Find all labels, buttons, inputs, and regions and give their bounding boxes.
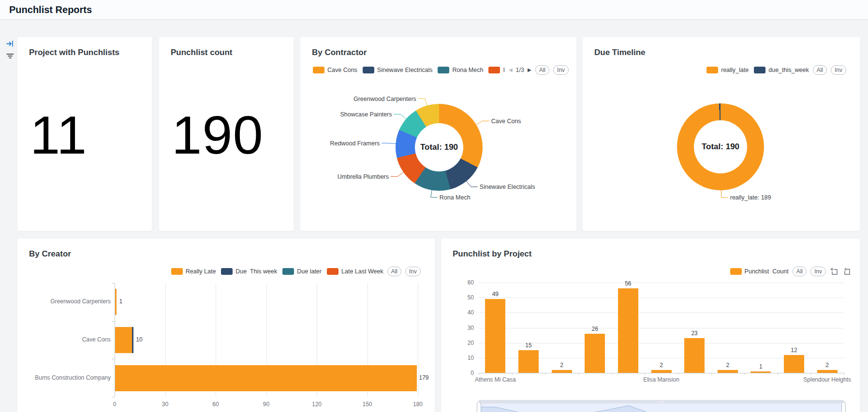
- filter-icon[interactable]: [5, 51, 15, 61]
- x-axis-tick: [711, 373, 711, 375]
- category-label: Burns Construction Company: [17, 374, 111, 381]
- donut-center: Total: 190: [694, 120, 747, 173]
- card-by-contractor: By Contractor Cave ConsSinewave Electric…: [300, 37, 576, 231]
- pie-slice-label: really_late: 189: [730, 194, 771, 201]
- x-axis-tick-label: 180: [408, 401, 427, 408]
- x-axis-tick-label: 90: [257, 401, 276, 408]
- bar-value-label: 12: [784, 347, 804, 354]
- grid-line: [479, 283, 844, 283]
- bar: [750, 371, 771, 373]
- pie-slice-label: Showcase Painters: [340, 111, 392, 118]
- card-title: Punchlist count: [171, 48, 233, 57]
- y-axis-tick-label: 10: [441, 355, 474, 361]
- data-zoom-profile: [479, 403, 844, 412]
- x-axis-tick: [744, 373, 745, 375]
- x-axis-tick: [678, 373, 678, 375]
- pie-slice-label: Redwood Framers: [330, 140, 380, 147]
- bar-value-label: 2: [718, 362, 737, 369]
- x-axis-tick: [479, 373, 479, 375]
- y-axis-tick: [112, 321, 115, 322]
- bar: [618, 288, 638, 373]
- donut-total-label: Total: 190: [420, 142, 458, 152]
- donut-chart-due-timeline: really_late: 189 Total: 190: [583, 37, 860, 231]
- data-zoom-area: [479, 406, 844, 412]
- bar-value-label: 1: [751, 363, 770, 370]
- bar-chart-by-creator: 0306090120150180Greenwood Carpenters1Cav…: [17, 239, 435, 412]
- data-zoom-move-handle[interactable]: [479, 400, 844, 403]
- app-header: Punchlist Reports: [0, 0, 868, 20]
- bar: [684, 338, 705, 373]
- donut-total-label: Total: 190: [702, 142, 739, 152]
- bar-value-label: 26: [585, 326, 604, 332]
- bar-chart-by-project: 010203040506049Athens Mi Casa15226562Eli…: [441, 239, 860, 412]
- y-axis-tick-label: 50: [441, 294, 474, 301]
- bar-value-label: 2: [652, 362, 671, 369]
- bar: [718, 370, 738, 373]
- kpi-value: 11: [30, 108, 87, 162]
- data-zoom-grip: [660, 401, 663, 402]
- donut-center: Total: 190: [415, 123, 463, 171]
- data-zoom-slider[interactable]: [479, 400, 844, 412]
- bar-segment: [115, 365, 417, 391]
- grid-line: [418, 283, 418, 397]
- y-axis-tick-label: 0: [441, 369, 474, 376]
- x-axis-tick: [578, 373, 579, 375]
- pie-slice-label: Rona Mech: [440, 194, 471, 201]
- pie-label-line: [466, 181, 478, 187]
- card-due-timeline: Due Timeline really_latedue_this_week Al…: [583, 37, 860, 231]
- grid-line: [479, 328, 844, 328]
- category-label: Athens Mi Casa: [461, 376, 529, 383]
- x-axis-tick-label: 120: [307, 401, 326, 408]
- x-axis-line: [479, 373, 844, 373]
- card-punchlist-count: Punchlist count 190: [159, 37, 294, 231]
- pie-label-line: [721, 189, 728, 198]
- y-axis-tick-label: 20: [441, 340, 474, 346]
- bar-value-label: 49: [485, 291, 505, 298]
- bar: [518, 350, 539, 373]
- bar-value-label: 1: [119, 298, 122, 305]
- page: Punchlist Reports Project with Punchlist…: [0, 0, 868, 412]
- bar-value-label: 23: [685, 330, 704, 337]
- bar: [651, 370, 672, 373]
- x-axis-tick: [778, 373, 778, 375]
- bar: [552, 370, 572, 373]
- category-label: Splendour Heights: [794, 376, 861, 383]
- bar: [784, 355, 804, 373]
- y-axis-tick: [112, 397, 115, 398]
- bar: [817, 370, 838, 373]
- donut-chart-by-contractor: Cave ConsSinewave ElectricalsRona MechUm…: [300, 37, 576, 231]
- card-by-creator: By Creator Really LateDue This weekDue l…: [17, 239, 435, 412]
- y-axis-tick-label: 40: [441, 309, 474, 316]
- bar: [585, 334, 605, 373]
- grid-line: [479, 313, 844, 313]
- x-axis-tick: [810, 373, 811, 375]
- data-zoom-left-handle[interactable]: [477, 402, 481, 412]
- card-title: Project with Punchlists: [29, 48, 119, 57]
- grid-line: [479, 298, 844, 298]
- bar-segment: [115, 289, 117, 315]
- data-zoom-right-handle[interactable]: [841, 402, 846, 412]
- bar-value-label: 179: [419, 374, 429, 381]
- bar-value-label: 56: [618, 280, 638, 287]
- bar-segment: [115, 327, 132, 353]
- pie-slice-label: Cave Cons: [491, 118, 521, 125]
- page-title: Punchlist Reports: [9, 4, 92, 15]
- x-axis-tick: [545, 373, 545, 375]
- collapse-sidebar-icon[interactable]: [5, 39, 15, 48]
- pie-label-line: [382, 143, 397, 143]
- data-zoom-track[interactable]: [479, 403, 844, 412]
- bar-value-label: 10: [136, 336, 142, 343]
- x-axis-tick: [512, 373, 513, 375]
- category-label: Greenwood Carpenters: [17, 298, 111, 305]
- category-label: Cave Cons: [17, 336, 111, 343]
- x-axis-tick-label: 0: [105, 401, 124, 408]
- pie-slice-label: Greenwood Carpenters: [353, 96, 416, 102]
- card-punchlist-by-project: Punchlist by Project Punchlist Count All…: [441, 239, 860, 412]
- bar-value-label: 15: [519, 342, 538, 349]
- pie-label-line: [391, 172, 404, 177]
- category-label: Elisa Mansion: [628, 376, 695, 383]
- x-axis-tick: [844, 373, 844, 375]
- x-axis-tick: [645, 373, 645, 375]
- bar-value-label: 2: [818, 362, 837, 369]
- y-axis-tick-label: 30: [441, 325, 474, 331]
